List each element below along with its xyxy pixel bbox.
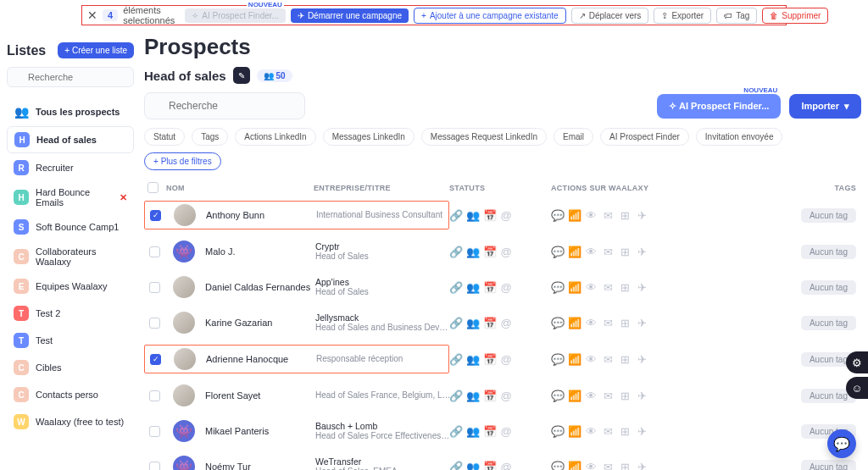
status-icon[interactable]: 🔗 [449,281,461,294]
action-icon[interactable]: 👁 [585,281,597,294]
action-icon[interactable]: 👁 [585,317,597,329]
status-icon[interactable]: 👥 [466,461,478,471]
filter-pill[interactable]: Actions LinkedIn [235,128,315,146]
status-icon[interactable]: 👥 [466,425,478,438]
close-icon[interactable]: ✕ [87,9,97,21]
filter-pill[interactable]: Tags [192,128,228,146]
add-to-campaign-button[interactable]: + Ajouter à une campagne existante [414,8,566,24]
table-row[interactable]: 👾Noémy TurWeTransferHead of Sales, EMEA🔗… [144,449,861,470]
sidebar-item-all-prospects[interactable]: 👥 Tous les prospects [7,99,134,124]
action-icon[interactable]: ✉ [602,390,614,402]
status-icon[interactable]: 📅 [483,425,495,438]
action-icon[interactable]: ✈ [636,317,648,329]
table-row[interactable]: ✓Adrienne HanocqueResponsable réception🔗… [144,340,861,378]
status-icon[interactable]: 📅 [483,281,495,294]
sidebar-item-list[interactable]: CContacts perso [7,382,134,407]
status-icon[interactable]: 📅 [483,390,495,402]
row-checkbox[interactable] [149,282,160,293]
status-icon[interactable]: 👥 [466,281,478,294]
action-icon[interactable]: 💬 [551,461,563,471]
ai-prospect-finder-main-button[interactable]: NOUVEAU ✧ AI Prospect Finder... [657,94,781,119]
tag-button[interactable]: 🏷 Tag [716,8,757,24]
row-checkbox[interactable] [149,246,160,257]
sidebar-item-list[interactable]: WWaalaxy (free to test) [7,409,134,434]
status-icon[interactable]: 👥 [466,246,478,258]
status-icon[interactable]: @ [500,246,512,258]
filter-pill[interactable]: Messages LinkedIn [323,128,415,146]
status-icon[interactable]: 🔗 [449,425,461,438]
status-icon[interactable]: 📅 [483,317,495,329]
action-icon[interactable]: ✈ [636,425,648,438]
table-row[interactable]: Daniel Caldas FernandesApp'inesHead of S… [144,269,861,305]
table-row[interactable]: Karine GazarianJellysmackHead of Sales a… [144,305,861,340]
help-fab[interactable]: 💬 [827,429,856,458]
action-icon[interactable]: ✈ [636,461,648,471]
action-icon[interactable]: 💬 [551,425,563,438]
sidebar-item-list[interactable]: SSoft Bounce Camp1 [7,214,134,240]
edit-list-button[interactable]: ✎ [233,67,250,84]
action-icon[interactable]: ✈ [636,209,648,222]
status-icon[interactable]: 📅 [483,353,495,366]
status-icon[interactable]: @ [500,461,512,471]
status-icon[interactable]: @ [500,390,512,402]
action-icon[interactable]: 👁 [585,425,597,438]
row-checkbox[interactable] [149,462,160,471]
action-icon[interactable]: 👁 [585,390,597,402]
action-icon[interactable]: ✉ [602,353,614,366]
filter-pill[interactable]: Statut [144,128,185,146]
action-icon[interactable]: 📶 [568,353,580,366]
action-icon[interactable]: 👁 [585,461,597,471]
action-icon[interactable]: 👁 [585,209,597,222]
action-icon[interactable]: 📶 [568,281,580,294]
no-tag-pill[interactable]: Aucun tag [801,316,856,330]
action-icon[interactable]: ✉ [602,317,614,329]
action-icon[interactable]: 📶 [568,246,580,258]
status-icon[interactable]: 🔗 [449,461,461,471]
table-row[interactable]: 👾Mikael PanterisBausch + LombHead of Sal… [144,413,861,449]
status-icon[interactable]: 🔗 [449,209,461,222]
sidebar-item-list[interactable]: TTest 2 [7,301,134,326]
action-icon[interactable]: ⊞ [619,390,631,402]
filter-pill[interactable]: Invitation envoyée [696,128,783,146]
status-icon[interactable]: 🔗 [449,246,461,258]
filter-pill[interactable]: Messages Request LinkedIn [421,128,547,146]
sidebar-item-list[interactable]: HHead of sales [7,126,134,153]
action-icon[interactable]: 📶 [568,390,580,402]
action-icon[interactable]: 📶 [568,209,580,222]
action-icon[interactable]: 💬 [551,246,563,258]
export-button[interactable]: ⇪ Exporter [654,8,711,24]
action-icon[interactable]: ⊞ [619,209,631,222]
side-fab-1[interactable]: ⚙ [846,351,868,373]
action-icon[interactable]: ⊞ [619,246,631,258]
sidebar-item-list[interactable]: RRecruiter [7,155,134,180]
status-icon[interactable]: @ [500,425,512,438]
action-icon[interactable]: ⊞ [619,461,631,471]
import-button[interactable]: Importer ▾ [789,94,861,119]
status-icon[interactable]: @ [500,281,512,294]
action-icon[interactable]: ✈ [636,353,648,366]
action-icon[interactable]: 💬 [551,317,563,329]
filter-pill[interactable]: Email [554,128,593,146]
delete-button[interactable]: 🗑 Supprimer [762,8,828,24]
action-icon[interactable]: ✉ [602,209,614,222]
action-icon[interactable]: ⊞ [619,281,631,294]
action-icon[interactable]: ✈ [636,390,648,402]
create-list-button[interactable]: + Créer une liste [58,42,134,58]
status-icon[interactable]: 👥 [466,209,478,222]
status-icon[interactable]: 🔗 [449,353,461,366]
status-icon[interactable]: 📅 [483,209,495,222]
action-icon[interactable]: ✈ [636,246,648,258]
action-icon[interactable]: 👁 [585,353,597,366]
table-row[interactable]: 👾Malo J.CryptrHead of Sales🔗👥📅@💬📶👁✉⊞✈Auc… [144,234,861,269]
action-icon[interactable]: 📶 [568,317,580,329]
no-tag-pill[interactable]: Aucun tag [801,245,856,259]
row-checkbox[interactable]: ✓ [150,210,161,221]
status-icon[interactable]: @ [500,353,512,366]
ai-prospect-finder-button[interactable]: NOUVEAU ✧ AI Prospect Finder... [185,8,286,23]
action-icon[interactable]: 💬 [551,353,563,366]
row-checkbox[interactable] [149,390,160,401]
filter-pill[interactable]: AI Prospect Finder [600,128,689,146]
more-filters-button[interactable]: + Plus de filtres [144,152,221,170]
move-to-button[interactable]: ↗ Déplacer vers [571,8,649,24]
status-icon[interactable]: 👥 [466,317,478,329]
